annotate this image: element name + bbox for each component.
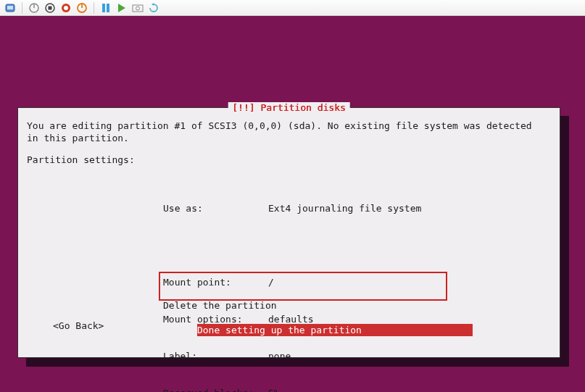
setting-label[interactable]: Label:none (163, 350, 421, 362)
vm-icon[interactable] (4, 2, 16, 14)
dialog-title: [!!] Partition disks (228, 102, 350, 113)
stop-icon[interactable] (44, 2, 56, 14)
svg-rect-11 (107, 4, 109, 12)
done-partition-item[interactable]: Done setting up the partition (197, 324, 473, 336)
svg-marker-12 (118, 4, 125, 12)
go-back-button[interactable]: <Go Back> (53, 320, 104, 331)
revert-icon[interactable] (148, 2, 159, 14)
settings-header: Partition settings: (27, 154, 135, 165)
vm-toolbar (0, 0, 585, 16)
play-icon[interactable] (116, 2, 128, 14)
setting-use-as[interactable]: Use as:Ext4 journaling file system (163, 202, 421, 214)
power-off-icon[interactable] (28, 2, 40, 14)
svg-point-14 (136, 7, 140, 10)
partition-actions: Delete the partition Done setting up the… (163, 275, 473, 349)
installer-screen: [!!] Partition disks You are editing par… (0, 16, 585, 392)
dialog-description: You are editing partition #1 of SCSI3 (0… (27, 120, 551, 144)
svg-rect-13 (133, 5, 143, 12)
delete-partition-item[interactable]: Delete the partition (163, 299, 473, 312)
svg-rect-5 (49, 6, 52, 9)
power-icon[interactable] (76, 2, 88, 14)
reset-icon[interactable] (60, 2, 72, 14)
pause-icon[interactable] (100, 2, 112, 14)
svg-rect-1 (7, 6, 13, 9)
setting-reserved-blocks[interactable]: Reserved blocks:5% (163, 387, 421, 392)
svg-rect-10 (102, 4, 105, 12)
snapshot-icon[interactable] (132, 2, 144, 14)
svg-point-7 (64, 6, 68, 10)
partition-dialog: [!!] Partition disks You are editing par… (17, 107, 560, 358)
svg-marker-15 (152, 3, 154, 6)
